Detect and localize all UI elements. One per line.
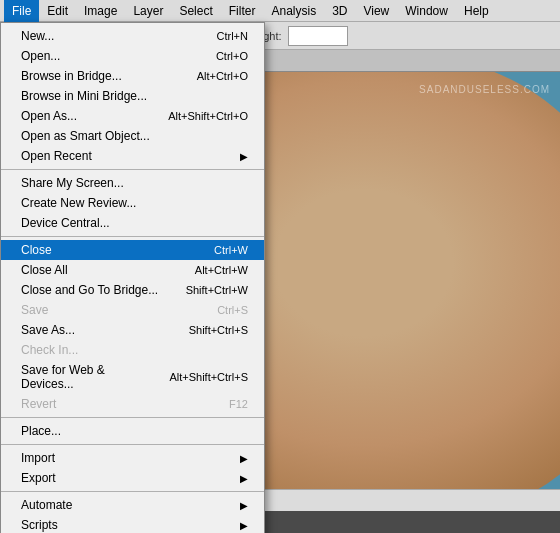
separator-4: [1, 444, 264, 445]
menu-create-review[interactable]: Create New Review...: [1, 193, 264, 213]
file-dropdown-menu: New... Ctrl+N Open... Ctrl+O Browse in B…: [0, 22, 265, 533]
separator-3: [1, 417, 264, 418]
import-arrow: ▶: [240, 453, 248, 464]
menu-3d[interactable]: 3D: [324, 0, 355, 22]
menu-layer[interactable]: Layer: [125, 0, 171, 22]
menu-import[interactable]: Import ▶: [1, 448, 264, 468]
export-arrow: ▶: [240, 473, 248, 484]
menu-share-screen[interactable]: Share My Screen...: [1, 173, 264, 193]
menu-help[interactable]: Help: [456, 0, 497, 22]
separator-5: [1, 491, 264, 492]
menu-place[interactable]: Place...: [1, 421, 264, 441]
menu-save[interactable]: Save Ctrl+S: [1, 300, 264, 320]
menu-automate[interactable]: Automate ▶: [1, 495, 264, 515]
menu-open-smart-object[interactable]: Open as Smart Object...: [1, 126, 264, 146]
height-input[interactable]: [288, 26, 348, 46]
menu-browse-mini-bridge[interactable]: Browse in Mini Bridge...: [1, 86, 264, 106]
menu-open-as[interactable]: Open As... Alt+Shift+Ctrl+O: [1, 106, 264, 126]
menu-close-all[interactable]: Close All Alt+Ctrl+W: [1, 260, 264, 280]
menu-check-in[interactable]: Check In...: [1, 340, 264, 360]
menu-image[interactable]: Image: [76, 0, 125, 22]
menu-save-web[interactable]: Save for Web & Devices... Alt+Shift+Ctrl…: [1, 360, 264, 394]
menu-view[interactable]: View: [355, 0, 397, 22]
automate-arrow: ▶: [240, 500, 248, 511]
menu-open[interactable]: Open... Ctrl+O: [1, 46, 264, 66]
submenu-arrow: ▶: [240, 151, 248, 162]
separator-1: [1, 169, 264, 170]
menu-select[interactable]: Select: [171, 0, 220, 22]
menu-close-go-bridge[interactable]: Close and Go To Bridge... Shift+Ctrl+W: [1, 280, 264, 300]
menu-scripts[interactable]: Scripts ▶: [1, 515, 264, 533]
menu-analysis[interactable]: Analysis: [263, 0, 324, 22]
menu-window[interactable]: Window: [397, 0, 456, 22]
menu-file[interactable]: File: [4, 0, 39, 22]
watermark: SADANDUSELESS.COM: [419, 84, 550, 95]
menu-edit[interactable]: Edit: [39, 0, 76, 22]
menu-revert[interactable]: Revert F12: [1, 394, 264, 414]
menu-device-central[interactable]: Device Central...: [1, 213, 264, 233]
menu-bar: File Edit Image Layer Select Filter Anal…: [0, 0, 560, 22]
menu-open-recent[interactable]: Open Recent ▶: [1, 146, 264, 166]
separator-2: [1, 236, 264, 237]
scripts-arrow: ▶: [240, 520, 248, 531]
menu-filter[interactable]: Filter: [221, 0, 264, 22]
menu-browse-bridge[interactable]: Browse in Bridge... Alt+Ctrl+O: [1, 66, 264, 86]
menu-export[interactable]: Export ▶: [1, 468, 264, 488]
menu-save-as[interactable]: Save As... Shift+Ctrl+S: [1, 320, 264, 340]
menu-new[interactable]: New... Ctrl+N: [1, 26, 264, 46]
menu-close[interactable]: Close Ctrl+W: [1, 240, 264, 260]
